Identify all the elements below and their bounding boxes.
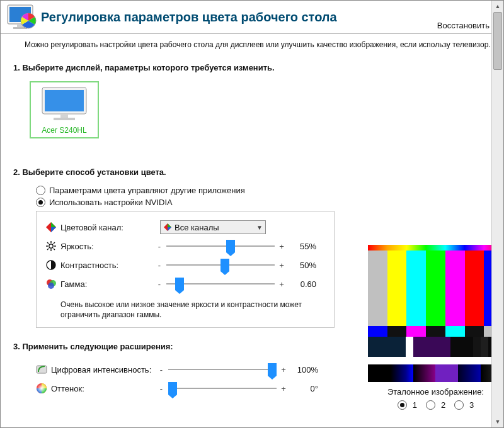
svg-line-21: [54, 249, 55, 250]
nvidia-panel: Цветовой канал: Все каналы ▼: [36, 211, 335, 328]
plus-icon: +: [279, 365, 288, 374]
plus-icon: +: [277, 242, 286, 251]
contrast-row: Контрастность: - + 50%: [45, 256, 325, 274]
gamma-note: Очень высокое или низкое значение яркост…: [60, 300, 325, 320]
display-card[interactable]: Acer S240HL: [30, 81, 99, 138]
radio-icon: [398, 400, 407, 410]
plus-icon: +: [277, 261, 286, 270]
svg-marker-11: [51, 227, 56, 232]
brightness-icon: [45, 240, 57, 252]
radio-icon: [36, 198, 45, 207]
plus-icon: +: [279, 384, 288, 393]
svg-rect-6: [45, 90, 84, 111]
radio-label: Параметрами цвета управляют другие прило…: [49, 186, 245, 195]
reference-radios: 1 2 3: [368, 400, 503, 410]
vibrance-label: Цифровая интенсивность:: [51, 365, 157, 374]
svg-marker-13: [168, 223, 171, 227]
hue-icon: [36, 383, 47, 394]
svg-line-23: [54, 242, 55, 244]
gamma-label: Гамма:: [60, 279, 155, 289]
display-thumbnail-icon: [40, 86, 89, 121]
svg-rect-8: [54, 118, 75, 120]
svg-line-22: [47, 249, 49, 250]
minus-icon: -: [155, 242, 164, 251]
hue-row: Оттенок: - + 0°: [36, 379, 335, 398]
svg-marker-14: [168, 227, 171, 231]
chevron-down-icon: ▼: [256, 224, 263, 231]
hue-value: 0°: [288, 384, 318, 393]
scroll-handle[interactable]: [493, 12, 502, 70]
brightness-label: Яркость:: [60, 242, 155, 251]
divider: [1, 33, 503, 34]
radio-icon: [426, 400, 435, 410]
channel-combo[interactable]: Все каналы ▼: [160, 220, 266, 234]
ref-radio-2[interactable]: 2: [426, 400, 445, 410]
restore-link[interactable]: Восстановить: [437, 21, 490, 30]
channel-combo-icon: [163, 223, 172, 232]
vibrance-slider[interactable]: [168, 362, 277, 377]
monitor-color-icon: [7, 3, 37, 31]
display-name: Acer S240HL: [40, 126, 89, 135]
color-bars-icon: [368, 245, 503, 357]
vertical-scrollbar[interactable]: ▲ ▼: [491, 1, 503, 427]
brightness-value: 55%: [286, 242, 316, 251]
minus-icon: -: [155, 279, 164, 289]
channel-row: Цветовой канал: Все каналы ▼: [45, 218, 325, 237]
radio-other-apps[interactable]: Параметрами цвета управляют другие прило…: [36, 186, 491, 195]
step2-heading: 2. Выберите способ установки цвета.: [13, 167, 491, 177]
svg-point-30: [37, 383, 47, 393]
vibrance-value: 100%: [288, 365, 318, 374]
radio-label: Использовать настройки NVIDIA: [49, 198, 173, 207]
channel-icon: [45, 222, 57, 233]
brightness-slider[interactable]: [166, 239, 275, 254]
color-settings-window: Регулировка параметров цвета рабочего ст…: [0, 0, 504, 428]
gradient-strip-icon: [368, 364, 503, 382]
minus-icon: -: [157, 365, 166, 374]
header: Регулировка параметров цвета рабочего ст…: [1, 1, 503, 31]
contrast-icon: [45, 259, 57, 271]
gamma-icon: [45, 278, 57, 290]
svg-marker-10: [51, 222, 56, 227]
channel-label: Цветовой канал:: [60, 223, 155, 232]
contrast-label: Контрастность:: [60, 261, 155, 270]
radio-icon: [36, 186, 45, 195]
minus-icon: -: [157, 384, 166, 393]
radio-nvidia[interactable]: Использовать настройки NVIDIA: [36, 198, 491, 207]
hue-slider[interactable]: [168, 381, 277, 396]
contrast-slider[interactable]: [166, 257, 275, 273]
vibrance-row: Цифровая интенсивность: - + 100%: [36, 360, 335, 379]
step1-heading: 1. Выберите дисплей, параметры которого …: [13, 63, 491, 72]
scroll-up-icon[interactable]: ▲: [492, 1, 503, 12]
ref-radio-3[interactable]: 3: [454, 400, 474, 410]
svg-line-20: [47, 242, 49, 244]
scroll-down-icon[interactable]: ▼: [492, 416, 503, 427]
reference-caption: Эталонное изображение:: [368, 387, 503, 397]
channel-value: Все каналы: [175, 223, 219, 232]
preview-pane: Эталонное изображение: 1 2 3: [368, 245, 503, 410]
plus-icon: +: [277, 279, 286, 289]
hue-label: Оттенок:: [51, 384, 157, 393]
radio-icon: [454, 400, 464, 410]
gamma-row: Гамма: - + 0.60: [45, 274, 325, 293]
brightness-row: Яркость: - + 55%: [45, 237, 325, 256]
vibrance-icon: [36, 364, 47, 375]
intro-text: Можно регулировать настройки цвета рабоч…: [25, 40, 491, 49]
gamma-value: 0.60: [286, 279, 316, 289]
ref-radio-1[interactable]: 1: [398, 400, 417, 410]
gamma-slider[interactable]: [166, 276, 275, 291]
contrast-value: 50%: [286, 261, 316, 270]
svg-point-27: [48, 283, 54, 289]
minus-icon: -: [155, 261, 164, 270]
svg-rect-7: [60, 114, 68, 118]
svg-point-15: [49, 244, 53, 248]
page-title: Регулировка параметров цвета рабочего ст…: [41, 10, 497, 25]
